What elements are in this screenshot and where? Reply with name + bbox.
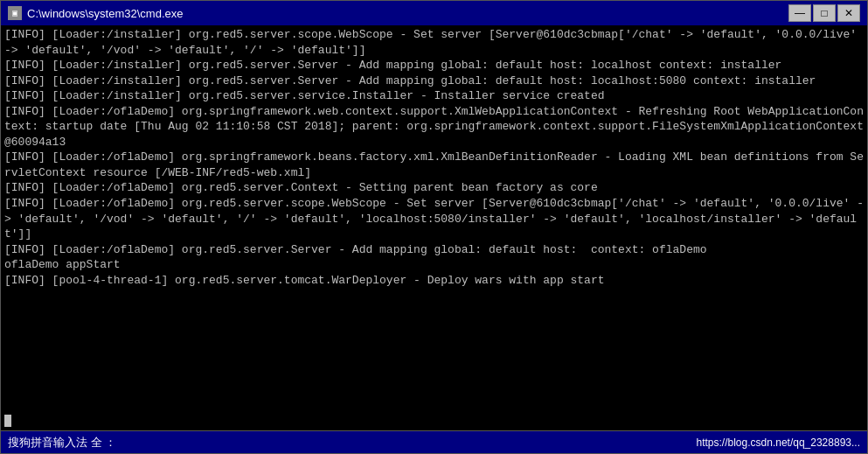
terminal-line: [INFO] [pool-4-thread-1] org.red5.server… — [4, 273, 864, 289]
terminal-line: [INFO] [Loader:/oflaDemo] org.springfram… — [4, 150, 864, 180]
terminal-line: [INFO] [Loader:/oflaDemo] org.red5.serve… — [4, 196, 864, 242]
terminal-line: [INFO] [Loader:/installer] org.red5.serv… — [4, 73, 864, 89]
terminal-line: [INFO] [Loader:/installer] org.red5.serv… — [4, 88, 864, 104]
terminal-line: [INFO] [Loader:/oflaDemo] org.springfram… — [4, 104, 864, 150]
title-bar: ▣ C:\windows\system32\cmd.exe — □ ✕ — [1, 1, 867, 25]
terminal-line: oflaDemo appStart — [4, 257, 864, 273]
terminal-body: [INFO] [Loader:/installer] org.red5.serv… — [1, 25, 867, 430]
cursor-line — [4, 413, 864, 429]
url-status: https://blog.csdn.net/qq_2328893... — [697, 437, 860, 449]
window-title: C:\windows\system32\cmd.exe — [27, 7, 183, 20]
title-bar-left: ▣ C:\windows\system32\cmd.exe — [8, 6, 183, 20]
minimize-button[interactable]: — — [788, 4, 811, 22]
cursor — [4, 415, 11, 427]
title-bar-controls: — □ ✕ — [788, 4, 860, 22]
terminal-line: [INFO] [Loader:/installer] org.red5.serv… — [4, 27, 864, 58]
cmd-icon: ▣ — [8, 6, 22, 20]
status-bar: 搜狗拼音输入法 全 ： https://blog.csdn.net/qq_232… — [1, 430, 867, 453]
terminal-line: [INFO] [Loader:/oflaDemo] org.red5.serve… — [4, 242, 864, 258]
terminal-line: [INFO] [Loader:/oflaDemo] org.red5.serve… — [4, 180, 864, 196]
terminal-line: [INFO] [Loader:/installer] org.red5.serv… — [4, 58, 864, 73]
close-button[interactable]: ✕ — [837, 4, 860, 22]
maximize-button[interactable]: □ — [813, 4, 836, 22]
ime-status: 搜狗拼音输入法 全 ： — [8, 435, 116, 451]
terminal-content: [INFO] [Loader:/installer] org.red5.serv… — [4, 27, 864, 413]
cmd-window: ▣ C:\windows\system32\cmd.exe — □ ✕ [INF… — [0, 0, 868, 454]
